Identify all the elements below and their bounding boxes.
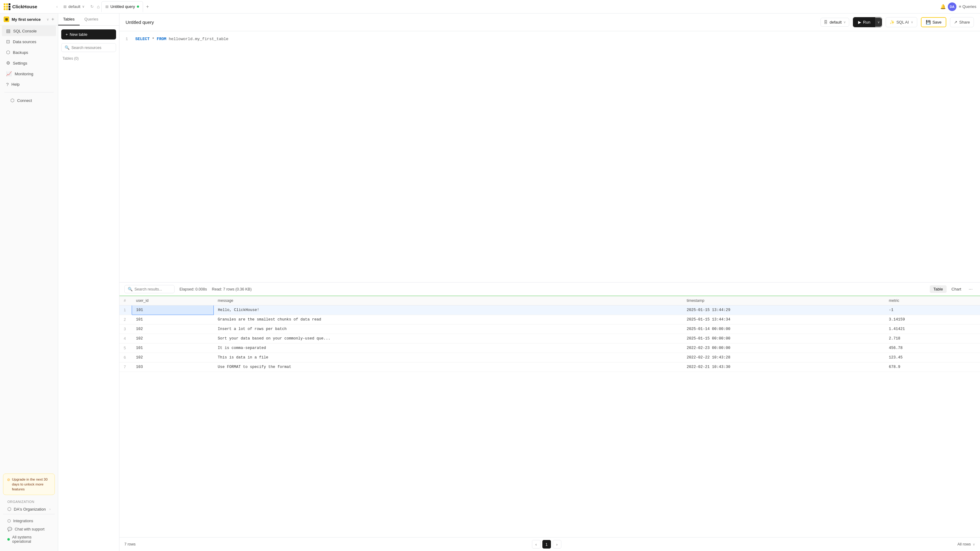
cell-user-id[interactable]: 103 <box>132 362 213 372</box>
tab-untitled-query[interactable]: ▤ Untitled query <box>101 1 143 12</box>
upgrade-box[interactable]: ⊘ Upgrade in the next 30 days to unlock … <box>3 473 55 495</box>
service-icon: ▤ <box>4 16 9 22</box>
cell-timestamp[interactable]: 2025-01-15 00:00:00 <box>682 334 885 343</box>
tab-tables-label: Tables <box>63 17 75 21</box>
new-table-label: New table <box>70 32 88 37</box>
more-options-btn[interactable]: ··· <box>966 285 975 293</box>
cell-message[interactable]: Hello, ClickHouse! <box>213 305 682 315</box>
cell-metric[interactable]: 2.718 <box>885 334 980 343</box>
org-icon: ⬡ <box>7 506 11 512</box>
table-view-btn[interactable]: Table <box>930 285 947 293</box>
chart-view-btn[interactable]: Chart <box>948 285 965 293</box>
tab-queries[interactable]: Queries <box>80 13 103 25</box>
status-label: All systems operational <box>12 535 51 544</box>
share-button[interactable]: ↗ Share <box>950 17 974 27</box>
status-link[interactable]: All systems operational <box>3 533 55 546</box>
notifications-icon[interactable]: 🔔 <box>940 4 946 10</box>
service-selector[interactable]: ▤ My first service ∨ + <box>0 13 58 25</box>
integrations-icon: ⬡ <box>7 519 11 523</box>
sql-ai-label: SQL AI <box>896 20 909 24</box>
org-item[interactable]: ⬡ DA's Organization › <box>3 504 55 514</box>
cell-message[interactable]: Granules are the smallest chunks of data… <box>213 315 682 324</box>
table-row[interactable]: 2101Granules are the smallest chunks of … <box>119 315 980 324</box>
sql-ai-button[interactable]: ✨ SQL AI ∨ <box>886 17 917 27</box>
topbar-tabs: ‹ ▤ default ∨ ↻ ⌂ ▤ Untitled query + <box>55 1 938 12</box>
rows-count: 7 rows <box>124 542 136 546</box>
cell-timestamp[interactable]: 2025-01-15 13:44:34 <box>682 315 885 324</box>
cell-timestamp[interactable]: 2022-02-23 00:00:00 <box>682 343 885 353</box>
add-tab-btn[interactable]: + <box>144 3 151 11</box>
service-name: My first service <box>12 17 44 22</box>
cell-message[interactable]: It is comma-separated <box>213 343 682 353</box>
sidebar-item-connect[interactable]: ⬡ Connect <box>6 95 52 106</box>
cell-timestamp[interactable]: 2025-01-15 13:44:29 <box>682 305 885 315</box>
run-label: Run <box>863 20 870 24</box>
cell-message[interactable]: Sort your data based on your commonly-us… <box>213 334 682 343</box>
code-editor[interactable]: 1 SELECT * FROM helloworld.my_first_tabl… <box>119 31 980 282</box>
user-avatar[interactable]: DA <box>948 2 956 11</box>
table-row[interactable]: 1101Hello, ClickHouse!2025-01-15 13:44:2… <box>119 305 980 315</box>
cell-user-id[interactable]: 102 <box>132 324 213 334</box>
sidebar-item-help-label: Help <box>11 82 20 87</box>
rows-per-page-selector[interactable]: All rows ∨ <box>957 542 975 546</box>
run-button[interactable]: ▶ Run <box>853 17 875 27</box>
integrations-link[interactable]: ⬡ Integrations <box>3 517 55 525</box>
cell-message[interactable]: Use FORMAT to specify the format <box>213 362 682 372</box>
queries-btn[interactable]: ≡ Queries <box>959 4 976 9</box>
sidebar-item-connect-label: Connect <box>17 98 32 103</box>
cell-metric[interactable]: 456.78 <box>885 343 980 353</box>
col-header-metric: metric <box>885 296 980 305</box>
cell-metric[interactable]: -1 <box>885 305 980 315</box>
cell-user-id[interactable]: 101 <box>132 343 213 353</box>
cell-metric[interactable]: 678.9 <box>885 362 980 372</box>
table-row[interactable]: 7103Use FORMAT to specify the format2022… <box>119 362 980 372</box>
search-resources-input[interactable] <box>72 46 119 50</box>
cell-user-id[interactable]: 101 <box>132 305 213 315</box>
view-toggle: Table Chart ··· <box>930 285 975 293</box>
cell-user-id[interactable]: 102 <box>132 353 213 362</box>
sidebar-item-settings[interactable]: ⚙ Settings <box>2 58 56 68</box>
refresh-icon[interactable]: ↻ <box>89 3 95 10</box>
tab-tables[interactable]: Tables <box>58 13 80 25</box>
table-row[interactable]: 3102Insert a lot of rows per batch2025-0… <box>119 324 980 334</box>
table-row[interactable]: 6102This is data in a file2022-02-22 10:… <box>119 353 980 362</box>
sidebar-item-monitoring[interactable]: 📈 Monitoring <box>2 68 56 79</box>
search-results-box: 🔍 <box>124 285 175 293</box>
table-row[interactable]: 4102Sort your data based on your commonl… <box>119 334 980 343</box>
run-chevron-btn[interactable]: ∨ <box>875 18 882 27</box>
search-results-input[interactable] <box>134 287 171 291</box>
current-page: 1 <box>542 540 551 549</box>
prev-page-btn[interactable]: ‹ <box>532 540 541 549</box>
chat-support-link[interactable]: 💬 Chat with support <box>3 525 55 533</box>
cell-metric[interactable]: 3.14159 <box>885 315 980 324</box>
cell-message[interactable]: This is data in a file <box>213 353 682 362</box>
nav-back-btn[interactable]: ‹ <box>55 3 59 10</box>
db-selector[interactable]: 🗄 default ∨ <box>821 18 849 27</box>
sidebar-item-help[interactable]: ? Help <box>2 79 56 89</box>
cell-user-id[interactable]: 102 <box>132 334 213 343</box>
add-service-btn[interactable]: + <box>51 16 54 22</box>
new-table-button[interactable]: + New table <box>61 29 116 40</box>
save-button[interactable]: 💾 Save <box>921 17 947 27</box>
cell-user-id[interactable]: 101 <box>132 315 213 324</box>
cell-message[interactable]: Insert a lot of rows per batch <box>213 324 682 334</box>
sql-console-icon: ▤ <box>6 28 10 34</box>
tab-default[interactable]: ▤ default ∨ <box>59 1 89 12</box>
home-icon[interactable]: ⌂ <box>95 3 101 10</box>
app-logo[interactable]: ClickHouse <box>4 3 52 10</box>
cell-timestamp[interactable]: 2022-02-21 10:43:30 <box>682 362 885 372</box>
next-page-btn[interactable]: › <box>553 540 562 549</box>
row-num: 4 <box>119 334 132 343</box>
sidebar-item-backups[interactable]: ⬡ Backups <box>2 47 56 57</box>
table-header-row: # user_id message timestamp metric <box>119 296 980 305</box>
cell-timestamp[interactable]: 2022-02-22 10:43:28 <box>682 353 885 362</box>
sidebar-item-sql-console[interactable]: ▤ SQL Console <box>2 26 56 36</box>
cell-metric[interactable]: 123.45 <box>885 353 980 362</box>
cell-metric[interactable]: 1.41421 <box>885 324 980 334</box>
cell-timestamp[interactable]: 2025-01-14 00:00:00 <box>682 324 885 334</box>
sidebar-item-data-sources[interactable]: ⊡ Data sources <box>2 37 56 47</box>
select-keyword: SELECT <box>135 37 150 41</box>
queries-icon: ≡ <box>959 4 961 9</box>
table-row[interactable]: 5101It is comma-separated2022-02-23 00:0… <box>119 343 980 353</box>
service-chevron-icon: ∨ <box>46 17 49 21</box>
